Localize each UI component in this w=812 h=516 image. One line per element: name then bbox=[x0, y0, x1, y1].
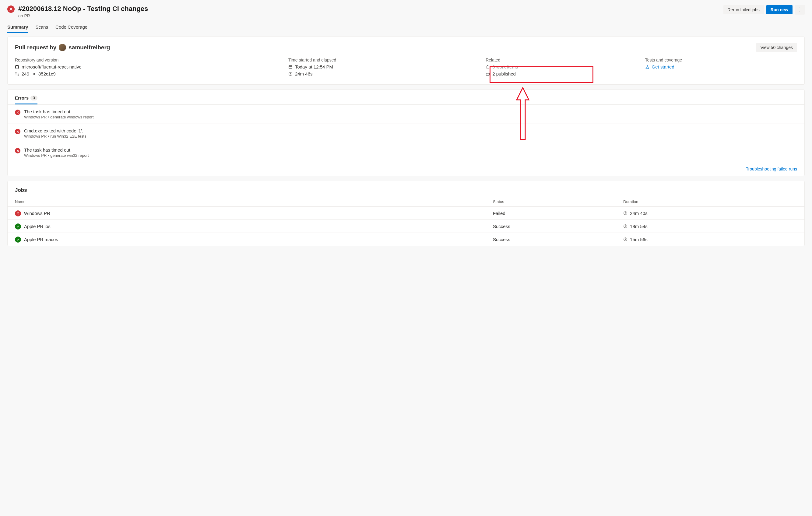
job-status-icon bbox=[15, 224, 21, 230]
time-started: Today at 12:54 PM bbox=[295, 64, 333, 69]
main-tabs: Summary Scans Code Coverage bbox=[7, 22, 805, 33]
clock-icon bbox=[623, 237, 628, 241]
job-status-text: Success bbox=[493, 224, 623, 229]
artifact-icon bbox=[486, 72, 490, 76]
job-name-text: Apple PR ios bbox=[24, 224, 51, 229]
tests-col: Tests and coverage Get started bbox=[645, 58, 797, 78]
svg-rect-4 bbox=[486, 73, 490, 75]
github-icon bbox=[15, 65, 19, 69]
clock-icon bbox=[623, 211, 628, 215]
related-col: Related 0 work items 2 published bbox=[486, 58, 638, 78]
job-name-text: Apple PR macos bbox=[24, 237, 58, 242]
pr-author-name: samuelfreiberg bbox=[68, 44, 110, 51]
job-duration-text: 24m 40s bbox=[630, 211, 647, 216]
clock-icon bbox=[288, 72, 293, 76]
flask-icon bbox=[645, 65, 649, 69]
error-path: Windows PR • generate win32 report bbox=[24, 153, 89, 158]
job-row[interactable]: Apple PR ios Success 18m 54s bbox=[8, 220, 804, 233]
error-status-icon bbox=[15, 110, 20, 115]
more-actions-button[interactable] bbox=[795, 5, 805, 15]
time-elapsed: 24m 46s bbox=[295, 71, 313, 77]
jobs-card: Jobs Name Status Duration Windows PR Fai… bbox=[7, 181, 805, 246]
pull-request-icon bbox=[15, 72, 19, 76]
error-path: Windows PR • run Win32 E2E tests bbox=[24, 134, 86, 139]
job-row[interactable]: Apple PR macos Success 15m 56s bbox=[8, 233, 804, 246]
job-duration-text: 15m 56s bbox=[630, 237, 647, 242]
col-header-duration: Duration bbox=[623, 199, 797, 204]
vertical-dots-icon bbox=[797, 6, 803, 13]
view-changes-button[interactable]: View 50 changes bbox=[756, 43, 797, 52]
tests-get-started-link[interactable]: Get started bbox=[652, 64, 674, 69]
pr-info-card: Pull request by samuelfreiberg View 50 c… bbox=[7, 36, 805, 85]
tab-scans[interactable]: Scans bbox=[35, 22, 48, 33]
rerun-failed-button[interactable]: Rerun failed jobs bbox=[723, 5, 764, 14]
error-status-icon bbox=[15, 148, 20, 153]
time-label: Time started and elapsed bbox=[288, 58, 478, 62]
error-row[interactable]: The task has timed out. Windows PR • gen… bbox=[8, 105, 804, 123]
job-status-text: Success bbox=[493, 237, 623, 242]
errors-count-badge: 3 bbox=[30, 95, 37, 101]
tests-label: Tests and coverage bbox=[645, 58, 797, 62]
repo-col: Repository and version microsoft/fluentu… bbox=[15, 58, 281, 78]
clock-icon bbox=[623, 224, 628, 228]
error-message: The task has timed out. bbox=[24, 109, 94, 114]
pr-number[interactable]: 249 bbox=[22, 71, 29, 77]
col-header-name: Name bbox=[15, 199, 493, 204]
svg-point-0 bbox=[33, 73, 34, 75]
avatar bbox=[59, 44, 66, 51]
header-actions: Rerun failed jobs Run new bbox=[723, 5, 805, 15]
error-row[interactable]: Cmd.exe exited with code '1'. Windows PR… bbox=[8, 123, 804, 143]
calendar-icon bbox=[288, 65, 293, 69]
pr-title-prefix: Pull request by bbox=[15, 44, 56, 51]
repo-label: Repository and version bbox=[15, 58, 281, 62]
errors-tab-label: Errors bbox=[15, 95, 29, 101]
related-label: Related bbox=[486, 58, 638, 62]
jobs-column-headers: Name Status Duration bbox=[8, 197, 804, 206]
job-duration-text: 18m 54s bbox=[630, 224, 647, 229]
page-subtitle: on PR bbox=[18, 13, 148, 18]
run-new-button[interactable]: Run new bbox=[766, 5, 792, 14]
time-col: Time started and elapsed Today at 12:54 … bbox=[288, 58, 478, 78]
job-status-text: Failed bbox=[493, 211, 623, 216]
repo-name[interactable]: microsoft/fluentui-react-native bbox=[22, 64, 82, 69]
job-name-text: Windows PR bbox=[24, 211, 50, 216]
tab-summary[interactable]: Summary bbox=[7, 22, 28, 33]
errors-card: Errors 3 The task has timed out. Windows… bbox=[7, 89, 805, 176]
error-message: The task has timed out. bbox=[24, 147, 89, 152]
error-row[interactable]: The task has timed out. Windows PR • gen… bbox=[8, 143, 804, 162]
svg-rect-3 bbox=[487, 66, 489, 68]
page-header: #20200618.12 NoOp - Testing CI changes o… bbox=[7, 5, 805, 18]
errors-tab[interactable]: Errors 3 bbox=[15, 95, 37, 105]
commit-hash[interactable]: 852c1c9 bbox=[38, 71, 56, 77]
work-item-icon bbox=[486, 65, 490, 69]
jobs-heading: Jobs bbox=[8, 181, 804, 197]
col-header-status: Status bbox=[493, 199, 623, 204]
page-title: #20200618.12 NoOp - Testing CI changes bbox=[18, 5, 148, 13]
troubleshoot-link[interactable]: Troubleshooting failed runs bbox=[746, 167, 797, 171]
job-status-icon bbox=[15, 210, 21, 217]
work-items-count: 0 work items bbox=[492, 64, 518, 69]
job-row[interactable]: Windows PR Failed 24m 40s bbox=[8, 206, 804, 220]
job-status-icon bbox=[15, 236, 21, 242]
error-status-icon bbox=[15, 129, 20, 134]
commit-icon bbox=[32, 72, 36, 76]
run-status-icon bbox=[7, 5, 14, 13]
tab-code-coverage[interactable]: Code Coverage bbox=[55, 22, 87, 33]
error-path: Windows PR • generate windows report bbox=[24, 115, 94, 119]
error-message: Cmd.exe exited with code '1'. bbox=[24, 128, 86, 133]
svg-rect-1 bbox=[289, 65, 292, 68]
published-artifacts[interactable]: 2 published bbox=[492, 71, 516, 77]
pr-author-title: Pull request by samuelfreiberg bbox=[15, 44, 110, 51]
